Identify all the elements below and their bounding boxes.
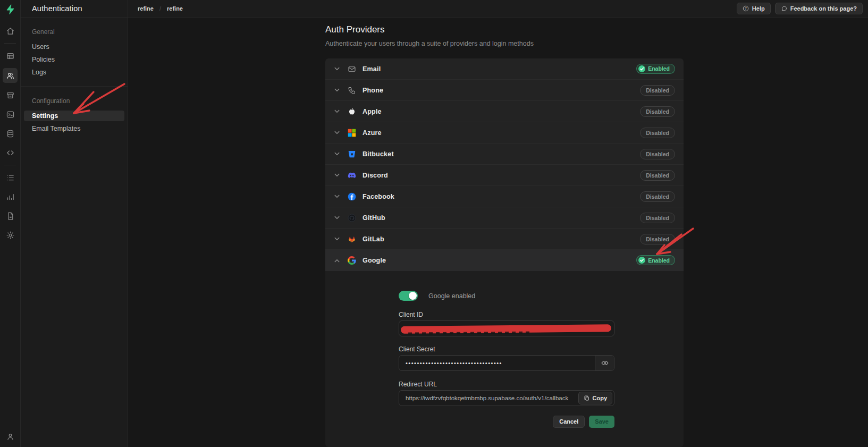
chevron-down-icon: [334, 216, 340, 220]
sidebar-item-settings[interactable]: Settings: [24, 111, 124, 121]
provider-row-facebook[interactable]: FacebookDisabled: [325, 186, 684, 207]
status-badge: Disabled: [640, 234, 675, 244]
redirect-url-input: https://iwdfzvfqbtokqetmbmbp.supabase.co…: [399, 390, 614, 406]
provider-name: Apple: [363, 108, 382, 115]
chevron-down-icon: [334, 131, 340, 134]
sidebar-heading-general: General: [21, 28, 128, 36]
redirect-url-label: Redirect URL: [399, 381, 437, 388]
providers-list: EmailEnabledPhoneDisabledAppleDisabledAz…: [325, 58, 684, 271]
sidebar-item-users[interactable]: Users: [24, 41, 124, 52]
svg-text:?: ?: [745, 6, 747, 10]
status-badge: Disabled: [640, 128, 675, 138]
github-disabled-badge: Disabled: [640, 213, 675, 223]
settings-icon[interactable]: [3, 228, 17, 242]
azure-disabled-badge: Disabled: [640, 128, 675, 138]
api-icon[interactable]: [3, 146, 17, 159]
home-icon[interactable]: [3, 24, 17, 38]
reports-icon[interactable]: [3, 190, 17, 204]
provider-row-email[interactable]: EmailEnabled: [325, 58, 684, 80]
provider-name: Azure: [363, 129, 382, 137]
provider-row-discord[interactable]: DiscordDisabled: [325, 165, 684, 186]
provider-row-apple[interactable]: AppleDisabled: [325, 101, 684, 122]
rail-divider: [4, 165, 16, 165]
provider-name: Phone: [363, 87, 383, 94]
gitlab-disabled-badge: Disabled: [640, 234, 675, 244]
google-icon: [347, 255, 357, 266]
email-enabled-badge: Enabled: [636, 64, 675, 74]
chevron-up-icon: [334, 259, 340, 263]
google-enabled-toggle[interactable]: [399, 291, 418, 301]
sidebar-item-email-templates[interactable]: Email Templates: [24, 123, 124, 134]
phone-disabled-badge: Disabled: [640, 85, 675, 96]
google-provider-panel: Google enabled Client ID Client Secret •…: [325, 271, 684, 447]
provider-name: GitHub: [363, 214, 385, 222]
auth-icon[interactable]: [3, 68, 18, 83]
database-icon[interactable]: [3, 126, 17, 140]
copy-icon: [584, 395, 590, 401]
redirect-url-value: https://iwdfzvfqbtokqetmbmbp.supabase.co…: [406, 391, 568, 406]
gitlab-icon: [347, 234, 357, 244]
chevron-down-icon: [334, 152, 340, 156]
sidebar-title: Authentication: [21, 0, 128, 18]
page-title: Auth Providers: [325, 24, 385, 35]
provider-name: Facebook: [363, 193, 394, 200]
nav-rail: [0, 0, 21, 447]
logs-icon[interactable]: [3, 171, 17, 184]
status-badge: Disabled: [640, 191, 675, 202]
reveal-secret-button[interactable]: [595, 356, 614, 370]
eye-icon: [601, 359, 609, 367]
provider-name: Google: [363, 257, 386, 264]
breadcrumb-org[interactable]: refine: [138, 5, 154, 12]
supabase-logo[interactable]: [0, 0, 20, 18]
auth-sidebar: Authentication General Users Policies Lo…: [21, 0, 128, 447]
chevron-down-icon: [334, 88, 340, 92]
client-secret-label: Client Secret: [399, 345, 435, 353]
chevron-down-icon: [334, 67, 340, 71]
account-icon[interactable]: [3, 429, 17, 443]
chevron-down-icon: [334, 109, 340, 113]
google-enabled-badge: Enabled: [636, 255, 675, 265]
provider-row-gitlab[interactable]: GitLabDisabled: [325, 229, 684, 250]
client-secret-input[interactable]: ••••••••••••••••••••••••••••••••••: [399, 355, 614, 371]
sidebar-item-policies[interactable]: Policies: [24, 54, 124, 65]
google-enabled-label: Google enabled: [428, 292, 475, 300]
discord-icon: [347, 170, 357, 181]
cancel-button[interactable]: Cancel: [553, 416, 585, 428]
status-badge: Disabled: [640, 106, 675, 117]
supabase-auth-settings-page: Authentication General Users Policies Lo…: [0, 0, 868, 447]
top-bar: refine / refine ? Help Feedback on this …: [128, 0, 868, 18]
status-badge: Disabled: [640, 149, 675, 159]
email-icon: [347, 64, 357, 74]
chevron-down-icon: [334, 237, 340, 241]
apple-icon: [347, 106, 357, 117]
facebook-disabled-badge: Disabled: [640, 191, 675, 202]
status-badge: Enabled: [636, 64, 675, 74]
discord-disabled-badge: Disabled: [640, 170, 675, 181]
breadcrumb-separator: /: [159, 5, 161, 12]
help-button[interactable]: ? Help: [737, 3, 771, 14]
sidebar-heading-configuration: Configuration: [21, 97, 128, 105]
feedback-button[interactable]: Feedback on this page?: [775, 3, 863, 14]
docs-icon[interactable]: [3, 209, 17, 223]
copy-button[interactable]: Copy: [578, 392, 613, 404]
apple-disabled-badge: Disabled: [640, 106, 675, 117]
chevron-down-icon: [334, 195, 340, 198]
bitbucket-icon: [347, 149, 357, 159]
provider-name: GitLab: [363, 235, 384, 243]
table-editor-icon[interactable]: [3, 49, 17, 63]
github-icon: [347, 213, 357, 223]
facebook-icon: [347, 191, 357, 202]
sidebar-item-logs[interactable]: Logs: [24, 67, 124, 78]
client-id-input[interactable]: [399, 321, 614, 336]
provider-row-bitbucket[interactable]: BitbucketDisabled: [325, 144, 684, 165]
storage-icon[interactable]: [3, 88, 17, 102]
provider-row-azure[interactable]: AzureDisabled: [325, 122, 684, 144]
provider-row-github[interactable]: GitHubDisabled: [325, 207, 684, 229]
provider-row-google[interactable]: GoogleEnabled: [325, 250, 684, 271]
provider-row-phone[interactable]: PhoneDisabled: [325, 80, 684, 101]
save-button[interactable]: Save: [589, 416, 614, 428]
status-badge: Disabled: [640, 213, 675, 223]
sql-editor-icon[interactable]: [3, 107, 17, 121]
breadcrumb-project[interactable]: refine: [167, 5, 183, 12]
chevron-down-icon: [334, 173, 340, 177]
